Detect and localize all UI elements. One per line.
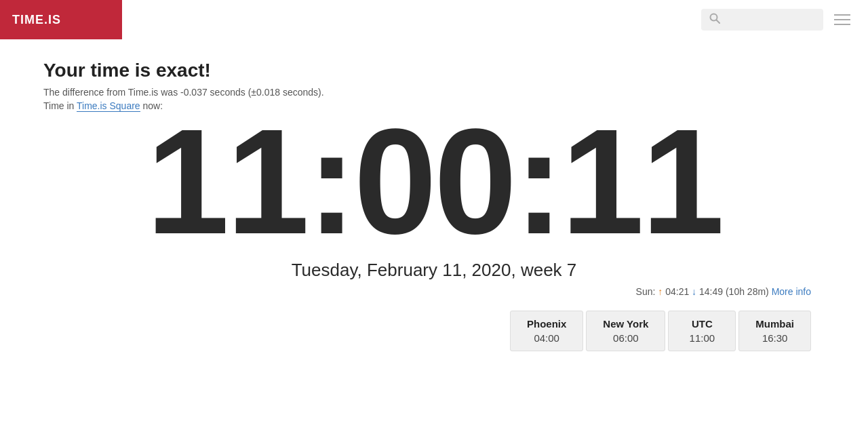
svg-line-1 (717, 20, 720, 24)
clock-display: 11:00:11 (43, 111, 825, 253)
tz-city: Mumbai (755, 318, 794, 330)
sun-up-arrow: ↑ (658, 286, 663, 297)
location-link[interactable]: Time.is Square (77, 100, 140, 112)
tz-time: 04:00 (527, 332, 566, 344)
tz-city: Phoenix (527, 318, 566, 330)
tz-time: 06:00 (603, 332, 648, 344)
timezone-cards: Phoenix04:00New York06:00UTC11:00Mumbai1… (43, 311, 825, 351)
exact-title: Your time is exact! (43, 60, 825, 81)
tz-time: 16:30 (755, 332, 794, 344)
main-content: Your time is exact! The difference from … (0, 39, 868, 365)
tz-time: 11:00 (685, 332, 719, 344)
search-icon (709, 13, 720, 26)
sun-set-time: 14:49 (699, 286, 723, 297)
sun-duration: (10h 28m) (726, 286, 769, 297)
menu-line-2 (834, 19, 850, 20)
search-input[interactable] (726, 14, 814, 25)
logo[interactable]: TIME.IS (0, 0, 122, 39)
clock-time: 11:00:11 (43, 111, 825, 253)
timezone-card[interactable]: UTC11:00 (668, 311, 736, 351)
hamburger-menu-button[interactable] (830, 10, 854, 29)
tz-city: UTC (685, 318, 719, 330)
timezone-card[interactable]: Phoenix04:00 (510, 311, 583, 351)
more-info-link[interactable]: More info (772, 286, 811, 297)
timezone-card[interactable]: New York06:00 (586, 311, 665, 351)
header-right (701, 9, 868, 31)
logo-text: TIME.IS (12, 13, 61, 27)
sun-info-row: Sun: ↑ 04:21 ↓ 14:49 (10h 28m) More info (43, 286, 825, 297)
sun-rise-time: 04:21 (665, 286, 689, 297)
sun-down-arrow: ↓ (692, 286, 696, 297)
search-box[interactable] (701, 9, 823, 31)
tz-city: New York (603, 318, 648, 330)
location-prefix: Time in (43, 100, 77, 111)
menu-line-3 (834, 24, 850, 25)
menu-line-1 (834, 14, 850, 16)
header: TIME.IS (0, 0, 868, 39)
timezone-card[interactable]: Mumbai16:30 (738, 311, 811, 351)
diff-text: The difference from Time.is was -0.037 s… (43, 87, 825, 98)
sun-label: Sun: (636, 286, 656, 297)
